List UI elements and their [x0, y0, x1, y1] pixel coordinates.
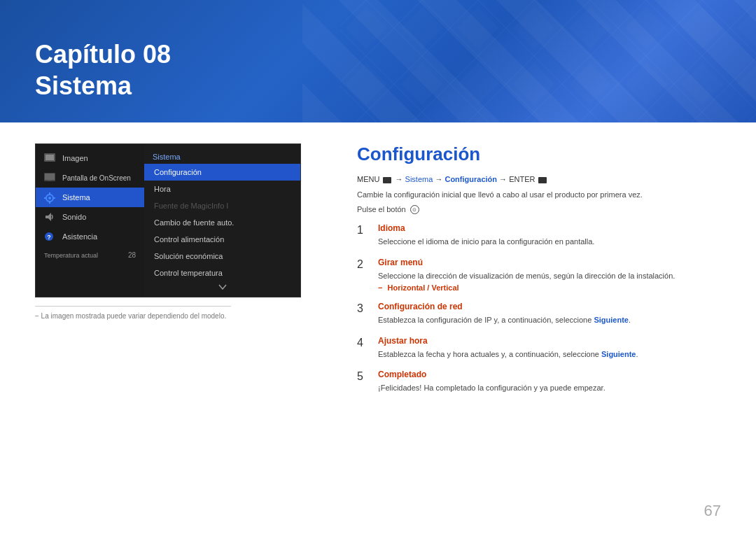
chevron-down-icon	[144, 281, 300, 293]
menu-sidebar: Imagen Pantalla de OnScreen	[36, 144, 144, 297]
svg-rect-4	[46, 155, 54, 160]
submenu-control-alim: Control alimentación	[144, 231, 300, 248]
footnote-text: − La imagen mostrada puede variar depend…	[35, 312, 231, 320]
submenu-hora: Hora	[144, 181, 300, 197]
enter-icon-inline	[538, 177, 547, 183]
button-icon: ⊙	[410, 205, 419, 214]
submenu-solucion: Solución económica	[144, 248, 300, 265]
step-5: 5 Completado ¡Felicidades! Ha completado…	[357, 370, 721, 394]
step-2: 2 Girar menú Seleccione la dirección de …	[357, 258, 721, 293]
right-panel: Configuración MENU → Sistema → Configura…	[357, 143, 721, 404]
menu-right-header: Sistema	[144, 148, 300, 164]
menu-item-sonido: Sonido	[36, 207, 144, 227]
menu-item-pantalla: Pantalla de OnScreen	[36, 168, 144, 188]
menu-item-asistencia: ? Asistencia	[36, 227, 144, 246]
submenu-control-temp: Control temperatura	[144, 265, 300, 281]
submenu-configuracion: Configuración	[144, 164, 300, 181]
svg-text:?: ?	[47, 234, 51, 241]
step-3-desc: Establezca la configuración de IP y, a c…	[378, 314, 721, 326]
submenu-magicinfo: Fuente de MagicInfo I	[144, 197, 300, 214]
header-banner: Capítulo 08 Sistema	[0, 0, 756, 122]
pulse-text: Pulse el botón ⊙	[357, 204, 721, 216]
left-panel: Imagen Pantalla de OnScreen	[35, 143, 329, 404]
header-title: Capítulo 08 Sistema	[35, 38, 171, 101]
submenu-cambio: Cambio de fuente auto.	[144, 214, 300, 231]
footnote: − La imagen mostrada puede variar depend…	[35, 306, 231, 320]
svg-rect-2	[340, 0, 756, 122]
menu-submenu: Sistema Configuración Hora Fuente de Mag…	[144, 144, 300, 297]
menu-icon-inline	[383, 177, 391, 183]
menu-screenshot: Imagen Pantalla de OnScreen	[35, 143, 301, 297]
description-text: Cambie la configuración inicial que llev…	[357, 189, 721, 201]
svg-marker-14	[46, 213, 51, 221]
step-1: 1 Idioma Seleccione el idioma de inicio …	[357, 223, 721, 248]
step-4-desc: Establezca la fecha y hora actuales y, a…	[378, 349, 721, 360]
menu-item-imagen: Imagen	[36, 148, 144, 168]
svg-rect-7	[48, 181, 52, 181]
menu-temperature: Temperatura actual 28	[36, 246, 144, 264]
step-3: 3 Configuración de red Establezca la con…	[357, 302, 721, 326]
step-4: 4 Ajustar hora Establezca la fecha y hor…	[357, 336, 721, 360]
menu-item-sistema: Sistema	[36, 188, 144, 207]
page-number: 67	[704, 502, 721, 520]
menu-path: MENU → Sistema → Configuración → ENTER	[357, 175, 721, 183]
svg-rect-6	[45, 174, 55, 180]
svg-point-9	[48, 197, 51, 199]
page-title: Configuración	[357, 143, 721, 165]
step-2-sub: − Horizontal / Vertical	[378, 283, 721, 292]
